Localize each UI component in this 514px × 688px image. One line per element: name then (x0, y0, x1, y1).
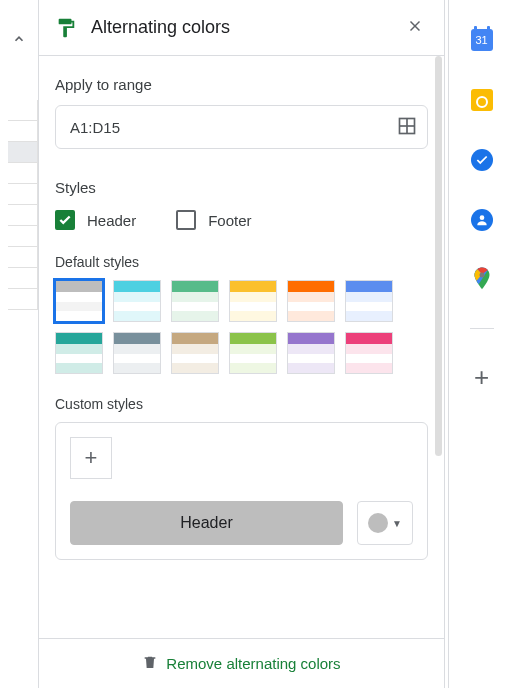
close-icon[interactable] (402, 13, 428, 42)
style-swatch-11[interactable] (345, 332, 393, 374)
alternating-colors-panel: Alternating colors Apply to range Styles (38, 0, 445, 688)
select-range-icon[interactable] (397, 116, 417, 139)
chevron-down-icon: ▼ (392, 518, 402, 529)
style-swatch-8[interactable] (171, 332, 219, 374)
remove-alternating-colors-button[interactable]: Remove alternating colors (39, 638, 444, 688)
keep-icon[interactable] (470, 88, 494, 112)
calendar-icon[interactable]: 31 (470, 28, 494, 52)
add-on-plus-icon[interactable]: + (470, 365, 494, 389)
footer-checkbox-label: Footer (208, 212, 251, 229)
collapse-chevron-icon[interactable] (8, 28, 30, 50)
style-swatch-6[interactable] (55, 332, 103, 374)
color-circle-icon (368, 513, 388, 533)
custom-header-button[interactable]: Header (70, 501, 343, 545)
tasks-icon[interactable] (470, 148, 494, 172)
checkbox-checked-icon (55, 210, 75, 230)
style-swatch-0[interactable] (55, 280, 103, 322)
header-checkbox-label: Header (87, 212, 136, 229)
footer-checkbox[interactable]: Footer (176, 210, 251, 230)
remove-label: Remove alternating colors (166, 655, 340, 672)
trash-icon (142, 654, 158, 673)
style-swatch-3[interactable] (229, 280, 277, 322)
svg-point-6 (479, 273, 484, 278)
range-input[interactable] (70, 119, 397, 136)
paint-format-icon (55, 17, 77, 39)
apply-range-label: Apply to range (55, 76, 428, 93)
add-custom-style-button[interactable]: + (70, 437, 112, 479)
style-swatch-2[interactable] (171, 280, 219, 322)
range-input-wrapper[interactable] (55, 105, 428, 149)
maps-icon[interactable] (470, 268, 494, 292)
style-swatch-1[interactable] (113, 280, 161, 322)
style-swatch-4[interactable] (287, 280, 335, 322)
svg-point-5 (479, 215, 484, 220)
style-swatch-5[interactable] (345, 280, 393, 322)
style-swatch-7[interactable] (113, 332, 161, 374)
style-swatch-10[interactable] (287, 332, 335, 374)
panel-title: Alternating colors (91, 17, 388, 38)
header-checkbox[interactable]: Header (55, 210, 136, 230)
panel-body: Apply to range Styles Header Footer (39, 56, 444, 638)
contacts-icon[interactable] (470, 208, 494, 232)
styles-label: Styles (55, 179, 428, 196)
custom-header-color-picker[interactable]: ▼ (357, 501, 413, 545)
side-panel-rail: 31 + (448, 0, 514, 688)
style-swatch-9[interactable] (229, 332, 277, 374)
default-styles-label: Default styles (55, 254, 428, 270)
custom-styles-label: Custom styles (55, 396, 428, 412)
default-style-swatches (55, 280, 428, 374)
panel-header: Alternating colors (39, 0, 444, 56)
spreadsheet-edge (0, 0, 38, 688)
sheet-row-headers (0, 100, 38, 310)
checkbox-unchecked-icon (176, 210, 196, 230)
custom-styles-box: + Header ▼ (55, 422, 428, 560)
rail-separator (470, 328, 494, 329)
